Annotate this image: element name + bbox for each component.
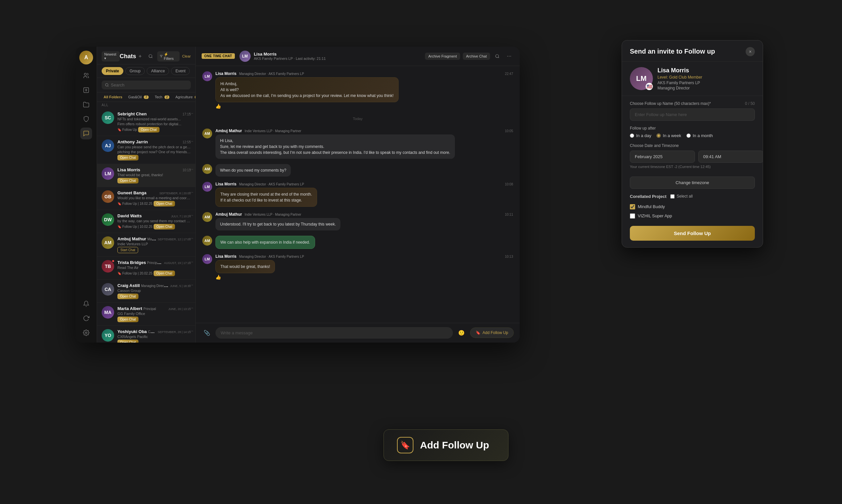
followup-name-input[interactable] [630, 108, 755, 121]
folder-tech[interactable]: Tech 2 [153, 94, 172, 100]
clear-button[interactable]: Clear [182, 54, 191, 58]
filters-button[interactable]: ⚡ Filters [157, 51, 180, 61]
start-chat-button[interactable]: Start Chat [118, 247, 138, 253]
more-icon[interactable]: ⋯ [189, 236, 193, 241]
chat-item[interactable]: AJ Anthony Jarrin 12:55 Can you please s… [97, 136, 195, 164]
more-icon[interactable]: ⋯ [189, 328, 193, 334]
project-header-row: Corellated Project Select all [630, 194, 755, 199]
folder-gasoil[interactable]: Gas&Oil 7 [126, 94, 151, 100]
tooltip-icon: 🔖 [397, 437, 413, 453]
message-group: LM Lisa Morris Managing Director · AKS F… [202, 71, 513, 109]
date-input[interactable] [630, 150, 695, 163]
followup-title: Send an invite to Follow up [630, 47, 715, 56]
open-chat-button[interactable]: Open Chat [118, 293, 139, 299]
msg-bubble: They are closing their round at the end … [215, 188, 317, 207]
sidebar-icon-bell[interactable] [80, 298, 92, 310]
chat-preview: GG Family Office [118, 312, 191, 316]
more-icon[interactable]: ⋯ [189, 213, 193, 218]
folder-all-folders[interactable]: All Folders [102, 94, 124, 100]
archive-chat-button[interactable]: Archive Chat [463, 53, 490, 60]
chat-item[interactable]: YO Yoshiyuki Oba Co-Founder & Partner SE… [97, 326, 195, 343]
tab-private[interactable]: Private [102, 67, 123, 75]
followup-tag: 🔖 Follow Up [118, 127, 137, 132]
folder-agriculture[interactable]: Agriculture 2 [173, 94, 195, 100]
chat-item[interactable]: AM Ambuj Mathur Managing Partner SEPTEMB… [97, 233, 195, 257]
search-button[interactable] [147, 52, 155, 61]
chat-header-name: Lisa Morris [254, 52, 326, 57]
person-role: Managing Director [658, 86, 755, 90]
more-icon[interactable]: ⋯ [189, 190, 193, 195]
select-all-checkbox[interactable] [670, 194, 675, 199]
msg-bubble: That would be great, thanks! [215, 260, 275, 273]
more-icon[interactable]: ⋯ [189, 259, 193, 265]
chat-item[interactable]: MA Marta Albert Principal JUNE, 20 | 13:… [97, 303, 195, 326]
attachment-button[interactable]: 📎 [202, 327, 212, 338]
tab-group[interactable]: Group [125, 67, 145, 75]
person-name: Lisa Morris [658, 67, 755, 74]
open-chat-button[interactable]: Open Chat [118, 340, 139, 343]
radio-in-a-week[interactable]: In a week [657, 133, 681, 138]
chat-name: Sebright Chen [118, 111, 147, 116]
msg-time: 10:05 [505, 129, 513, 133]
add-chat-button[interactable] [136, 52, 144, 61]
more-icon[interactable]: ⋯ [189, 139, 193, 144]
chat-list-panel: Newest ▾ Chats ⚡ Filters Clear [97, 47, 196, 343]
date-row [630, 150, 755, 163]
open-chat-button[interactable]: Open Chat [154, 271, 175, 276]
change-timezone-button[interactable]: Change timezone [630, 177, 755, 189]
chat-item[interactable]: CA Craig Astill Managing Director & CEO … [97, 280, 195, 303]
chat-item[interactable]: TB Trista Bridges Principal and Cofounde… [97, 257, 195, 280]
sidebar-icon-shield[interactable] [80, 113, 92, 125]
chat-item[interactable]: DW David Watts JULY, 7 | 10:24 by the wa… [97, 210, 195, 233]
open-chat-button[interactable]: Open Chat [138, 127, 159, 132]
project-mindful-checkbox[interactable] [630, 204, 635, 210]
close-button[interactable]: × [746, 47, 755, 56]
open-chat-button[interactable]: Open Chat [154, 224, 175, 230]
more-icon[interactable]: ⋯ [189, 111, 193, 116]
sidebar-icon-refresh[interactable] [80, 312, 92, 324]
emoji-button[interactable]: 🙂 [456, 327, 467, 338]
search-messages-button[interactable] [493, 52, 502, 61]
search-icon [105, 83, 109, 87]
message-input[interactable] [215, 327, 453, 339]
sidebar-icon-people[interactable] [80, 70, 92, 82]
chat-item-active[interactable]: LM Lisa Morris 10:13 That would be great… [97, 164, 195, 187]
more-icon[interactable]: ⋯ [189, 305, 193, 311]
more-icon[interactable]: ⋯ [189, 283, 193, 288]
open-chat-button[interactable]: Open Chat [118, 317, 139, 322]
send-followup-button[interactable]: Send Follow Up [630, 226, 755, 241]
msg-sender-name: Lisa Morris [215, 254, 236, 259]
chat-name: David Watts [118, 213, 142, 218]
chat-time: JUNE, 5 | 18:30 [170, 284, 191, 288]
chat-item[interactable]: SC Sebright Chen 17:15 NFTs and tokenize… [97, 108, 195, 136]
open-chat-button[interactable]: Open Chat [118, 178, 139, 183]
archive-fragment-button[interactable]: Archive Fragment [425, 53, 460, 60]
msg-avatar: AM [202, 164, 212, 174]
project-section: Corellated Project Select all Mindful Bu… [622, 194, 763, 226]
sidebar-icon-chat[interactable] [80, 128, 92, 139]
search-input[interactable] [111, 83, 187, 87]
radio-in-a-month[interactable]: In a month [686, 133, 713, 138]
radio-in-a-day[interactable]: In a day [630, 133, 651, 138]
chat-preview: CXRAngels Pacific [118, 335, 191, 339]
project-vizhil-checkbox[interactable] [630, 213, 635, 219]
newest-dropdown[interactable]: Newest ▾ [102, 51, 120, 61]
chat-item[interactable]: GB Guneet Banga SEPTEMBER, 8 | 20:00 Wou… [97, 187, 195, 210]
msg-content: Ambuj Mathur Indie Ventures LLP · Managi… [215, 212, 513, 231]
followup-tag: 🔖 Follow Up | 20.02.25 [118, 271, 152, 276]
chat-main: ONE TIME CHAT LM Lisa Morris AKS Family … [196, 47, 520, 343]
sidebar-icon-folder[interactable] [80, 98, 92, 110]
open-chat-button[interactable]: Open Chat [118, 155, 139, 160]
open-chat-button[interactable]: Open Chat [154, 201, 175, 206]
time-input[interactable] [698, 150, 763, 163]
msg-avatar: LM [202, 182, 212, 192]
project-vizhil-label: VIZHIL Super App [638, 213, 672, 218]
more-options-button[interactable]: ⋯ [504, 52, 514, 61]
tab-event[interactable]: Event [171, 67, 190, 75]
followup-form: Choose Follow up Name (50 characters max… [622, 96, 763, 194]
add-followup-button[interactable]: 🔖 Add Follow Up [470, 327, 514, 338]
sidebar-icon-settings[interactable] [80, 327, 92, 339]
sidebar-icon-list[interactable] [80, 84, 92, 96]
tab-alliance[interactable]: Alliance [147, 67, 169, 75]
more-icon[interactable]: ⋯ [189, 167, 193, 172]
